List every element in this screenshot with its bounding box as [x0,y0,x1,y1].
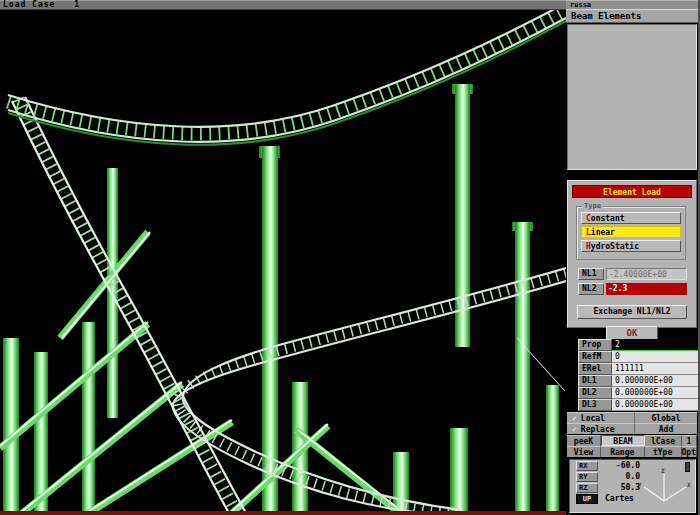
menu-canvas[interactable] [567,24,697,170]
ok-button[interactable]: OK [606,326,658,340]
toggle-replace[interactable]: ✓Replace [567,423,635,434]
dl1-field[interactable]: 0.000000E+00 [612,375,698,387]
coord-system-toggle[interactable]: Cartes [605,494,634,504]
menu-type[interactable]: tYpe [645,446,682,457]
view-rotation-panel: RX -60.0 RY 0.0 RZ 50.3 UP Cartes [569,459,696,513]
menu-rows: peeK BEAM lCase 1 View Range tYpe Opt [567,435,697,457]
dl3-row: DL3 0.000000E+00 [578,399,698,411]
refm-field[interactable]: 0 [612,351,698,363]
brace-members [0,232,400,515]
axis-z-label: Z [661,467,665,474]
toggle-rows: ✓Local Global ✓Replace Add [567,412,697,434]
menu-beam[interactable]: BEAM [601,435,645,446]
toggle-add[interactable]: Add [635,423,697,434]
check-icon: ✓ [572,414,577,423]
erel-label[interactable]: ERel [578,363,612,375]
prop-field[interactable]: 2 [612,339,698,351]
rx-value: -60.0 [598,461,640,471]
menu-view[interactable]: View [567,446,601,457]
model-viewport[interactable] [0,0,566,515]
prop-row: Prop 2 [578,339,698,351]
nl1-row: NL1 -2.40000E+00 [578,268,687,280]
rx-button[interactable]: RX [576,461,598,471]
refm-label[interactable]: RefM [578,351,612,363]
erel-row: ERel 111111 [578,363,698,375]
track-lower [173,268,566,515]
toggle-local[interactable]: ✓Local [567,412,635,423]
menu-opt[interactable]: Opt [682,446,697,457]
dl2-field[interactable]: 0.000000E+00 [612,387,698,399]
load-case-label: Load Case [3,0,55,9]
toggle-local-label: Local [581,414,605,423]
type-option-constant[interactable]: Constant [581,212,681,224]
type-group: Type Constant Linear HydroStatic [576,206,686,260]
base-strip [0,511,566,515]
erel-field[interactable]: 111111 [612,363,698,375]
element-load-dialog: Element Load Type Constant Linear HydroS… [567,180,697,328]
control-panel: russa Beam Elements Element Load Type Co… [566,0,700,515]
rz-button[interactable]: RZ [576,483,598,493]
ry-button[interactable]: RY [576,472,598,482]
dl2-label[interactable]: DL2 [578,387,612,399]
type-group-label: Type [582,202,603,210]
track-upper [8,3,566,145]
type-option-hydrostatic[interactable]: HydroStatic [581,240,681,252]
nl2-label: NL2 [578,283,604,295]
panel-title: Beam Elements [566,9,698,23]
load-case-titlebar: Load Case 1 [0,0,566,10]
dl1-row: DL1 0.000000E+00 [578,375,698,387]
user-bar: russa [566,0,698,9]
nl2-field[interactable]: -2.3 [606,283,687,295]
dl2-row: DL2 0.000000E+00 [578,387,698,399]
application-window: Load Case 1 russa Beam Elements Element … [0,0,700,515]
axis-x-label: X [687,481,691,488]
panel-corner-icon [685,462,690,472]
menu-lcase[interactable]: lCase [645,435,682,446]
ry-value: 0.0 [598,472,640,482]
toggle-global[interactable]: Global [635,412,697,423]
check-icon: ✓ [572,425,577,434]
rz-value: 50.3 [598,483,640,493]
menu-range[interactable]: Range [601,446,645,457]
dl1-label[interactable]: DL1 [578,375,612,387]
beam-properties: Prop 2 RefM 0 ERel 111111 DL1 0.000000E+… [578,339,698,411]
dl3-field[interactable]: 0.000000E+00 [612,399,698,411]
type-option-linear[interactable]: Linear [581,226,681,238]
toggle-replace-label: Replace [581,425,615,434]
dl3-label[interactable]: DL3 [578,399,612,411]
nl2-row: NL2 -2.3 [578,283,687,295]
prop-label[interactable]: Prop [578,339,612,351]
nl1-label: NL1 [578,268,604,280]
dialog-title: Element Load [572,185,692,198]
load-case-number: 1 [74,0,79,9]
nl1-field[interactable]: -2.40000E+00 [606,268,687,280]
exchange-nl1-nl2-button[interactable]: Exchange NL1/NL2 [577,305,687,319]
axis-y-label: Y [638,481,642,488]
up-button[interactable]: UP [576,494,598,504]
menu-peek[interactable]: peeK [567,435,601,446]
axis-triad-icon: Z X Y [638,467,692,509]
refm-row: RefM 0 [578,351,698,363]
lcase-number-field[interactable]: 1 [682,435,697,446]
